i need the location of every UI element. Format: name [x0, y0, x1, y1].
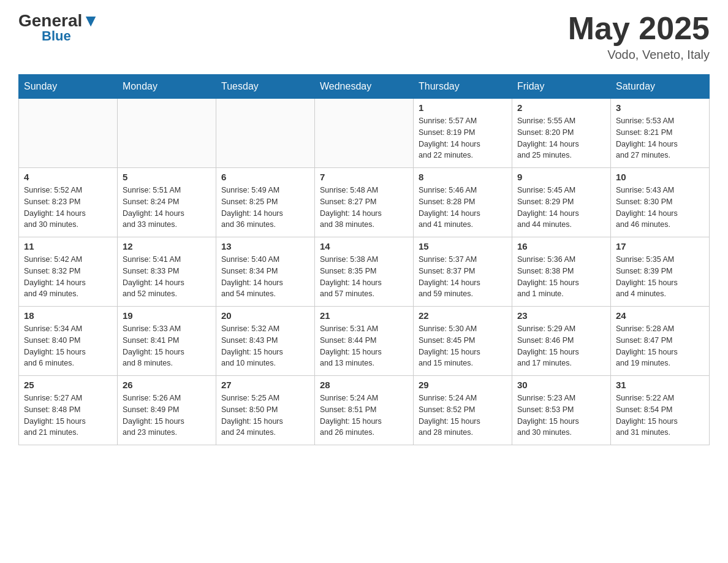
day-info: Sunrise: 5:25 AM Sunset: 8:50 PM Dayligh… [221, 393, 309, 439]
calendar-cell: 21Sunrise: 5:31 AM Sunset: 8:44 PM Dayli… [315, 307, 414, 376]
day-number: 28 [320, 380, 408, 390]
weekday-header-sunday: Sunday [19, 75, 118, 99]
day-info: Sunrise: 5:33 AM Sunset: 8:41 PM Dayligh… [123, 323, 211, 369]
day-info: Sunrise: 5:23 AM Sunset: 8:53 PM Dayligh… [517, 393, 605, 439]
calendar-cell: 6Sunrise: 5:49 AM Sunset: 8:25 PM Daylig… [216, 168, 315, 237]
calendar-cell: 10Sunrise: 5:43 AM Sunset: 8:30 PM Dayli… [611, 168, 710, 237]
day-info: Sunrise: 5:26 AM Sunset: 8:49 PM Dayligh… [123, 393, 211, 439]
day-info: Sunrise: 5:53 AM Sunset: 8:21 PM Dayligh… [616, 115, 704, 161]
title-section: May 2025 Vodo, Veneto, Italy [568, 12, 710, 62]
day-info: Sunrise: 5:36 AM Sunset: 8:38 PM Dayligh… [517, 254, 605, 300]
day-number: 5 [123, 172, 211, 182]
calendar-cell: 11Sunrise: 5:42 AM Sunset: 8:32 PM Dayli… [19, 237, 118, 307]
calendar-cell: 23Sunrise: 5:29 AM Sunset: 8:46 PM Dayli… [512, 307, 611, 376]
calendar-cell: 25Sunrise: 5:27 AM Sunset: 8:48 PM Dayli… [19, 376, 118, 445]
day-number: 6 [221, 172, 309, 182]
day-number: 18 [24, 310, 112, 321]
location-subtitle: Vodo, Veneto, Italy [568, 48, 710, 62]
calendar-cell: 3Sunrise: 5:53 AM Sunset: 8:21 PM Daylig… [611, 99, 710, 168]
month-year-title: May 2025 [568, 12, 710, 44]
calendar-cell: 2Sunrise: 5:55 AM Sunset: 8:20 PM Daylig… [512, 99, 611, 168]
day-number: 20 [221, 310, 309, 321]
logo-blue-text: Blue [42, 29, 71, 43]
day-info: Sunrise: 5:48 AM Sunset: 8:27 PM Dayligh… [320, 185, 408, 231]
day-info: Sunrise: 5:24 AM Sunset: 8:51 PM Dayligh… [320, 393, 408, 439]
calendar-week-row: 1Sunrise: 5:57 AM Sunset: 8:19 PM Daylig… [19, 99, 710, 168]
day-number: 19 [123, 310, 211, 321]
day-number: 16 [517, 241, 605, 251]
calendar-cell: 24Sunrise: 5:28 AM Sunset: 8:47 PM Dayli… [611, 307, 710, 376]
calendar-table: SundayMondayTuesdayWednesdayThursdayFrid… [18, 74, 710, 445]
calendar-cell: 8Sunrise: 5:46 AM Sunset: 8:28 PM Daylig… [414, 168, 512, 237]
day-info: Sunrise: 5:40 AM Sunset: 8:34 PM Dayligh… [221, 254, 309, 300]
calendar-cell: 5Sunrise: 5:51 AM Sunset: 8:24 PM Daylig… [118, 168, 216, 237]
calendar-cell [19, 99, 118, 168]
calendar-week-row: 18Sunrise: 5:34 AM Sunset: 8:40 PM Dayli… [19, 307, 710, 376]
weekday-header-thursday: Thursday [414, 75, 512, 99]
day-number: 29 [419, 380, 507, 390]
calendar-cell [118, 99, 216, 168]
day-number: 26 [123, 380, 211, 390]
weekday-header-monday: Monday [118, 75, 216, 99]
calendar-week-row: 25Sunrise: 5:27 AM Sunset: 8:48 PM Dayli… [19, 376, 710, 445]
day-info: Sunrise: 5:32 AM Sunset: 8:43 PM Dayligh… [221, 323, 309, 369]
calendar-cell [216, 99, 315, 168]
calendar-cell: 28Sunrise: 5:24 AM Sunset: 8:51 PM Dayli… [315, 376, 414, 445]
day-number: 15 [419, 241, 507, 251]
weekday-header-tuesday: Tuesday [216, 75, 315, 99]
day-info: Sunrise: 5:45 AM Sunset: 8:29 PM Dayligh… [517, 185, 605, 231]
calendar-cell: 19Sunrise: 5:33 AM Sunset: 8:41 PM Dayli… [118, 307, 216, 376]
day-info: Sunrise: 5:28 AM Sunset: 8:47 PM Dayligh… [616, 323, 704, 369]
day-info: Sunrise: 5:29 AM Sunset: 8:46 PM Dayligh… [517, 323, 605, 369]
logo: General▼ Blue [18, 12, 99, 43]
day-number: 10 [616, 172, 704, 182]
calendar-cell: 15Sunrise: 5:37 AM Sunset: 8:37 PM Dayli… [414, 237, 512, 307]
day-info: Sunrise: 5:34 AM Sunset: 8:40 PM Dayligh… [24, 323, 112, 369]
day-number: 14 [320, 241, 408, 251]
day-number: 23 [517, 310, 605, 321]
calendar-cell: 29Sunrise: 5:24 AM Sunset: 8:52 PM Dayli… [414, 376, 512, 445]
weekday-header-saturday: Saturday [611, 75, 710, 99]
day-number: 3 [616, 102, 704, 113]
calendar-cell: 22Sunrise: 5:30 AM Sunset: 8:45 PM Dayli… [414, 307, 512, 376]
day-info: Sunrise: 5:49 AM Sunset: 8:25 PM Dayligh… [221, 185, 309, 231]
calendar-week-row: 11Sunrise: 5:42 AM Sunset: 8:32 PM Dayli… [19, 237, 710, 307]
day-number: 8 [419, 172, 507, 182]
calendar-cell: 26Sunrise: 5:26 AM Sunset: 8:49 PM Dayli… [118, 376, 216, 445]
day-number: 27 [221, 380, 309, 390]
calendar-cell: 17Sunrise: 5:35 AM Sunset: 8:39 PM Dayli… [611, 237, 710, 307]
day-number: 21 [320, 310, 408, 321]
calendar-cell: 1Sunrise: 5:57 AM Sunset: 8:19 PM Daylig… [414, 99, 512, 168]
day-info: Sunrise: 5:38 AM Sunset: 8:35 PM Dayligh… [320, 254, 408, 300]
day-number: 2 [517, 102, 605, 113]
day-number: 30 [517, 380, 605, 390]
calendar-cell [315, 99, 414, 168]
calendar-week-row: 4Sunrise: 5:52 AM Sunset: 8:23 PM Daylig… [19, 168, 710, 237]
calendar-cell: 30Sunrise: 5:23 AM Sunset: 8:53 PM Dayli… [512, 376, 611, 445]
calendar-cell: 4Sunrise: 5:52 AM Sunset: 8:23 PM Daylig… [19, 168, 118, 237]
day-info: Sunrise: 5:24 AM Sunset: 8:52 PM Dayligh… [419, 393, 507, 439]
day-number: 22 [419, 310, 507, 321]
day-number: 13 [221, 241, 309, 251]
calendar-cell: 7Sunrise: 5:48 AM Sunset: 8:27 PM Daylig… [315, 168, 414, 237]
day-number: 12 [123, 241, 211, 251]
day-number: 1 [419, 102, 507, 113]
day-number: 17 [616, 241, 704, 251]
day-info: Sunrise: 5:46 AM Sunset: 8:28 PM Dayligh… [419, 185, 507, 231]
logo-triangle-icon: ▼ [82, 11, 99, 30]
day-number: 24 [616, 310, 704, 321]
day-info: Sunrise: 5:43 AM Sunset: 8:30 PM Dayligh… [616, 185, 704, 231]
day-info: Sunrise: 5:51 AM Sunset: 8:24 PM Dayligh… [123, 185, 211, 231]
day-info: Sunrise: 5:30 AM Sunset: 8:45 PM Dayligh… [419, 323, 507, 369]
calendar-cell: 20Sunrise: 5:32 AM Sunset: 8:43 PM Dayli… [216, 307, 315, 376]
day-info: Sunrise: 5:55 AM Sunset: 8:20 PM Dayligh… [517, 115, 605, 161]
day-info: Sunrise: 5:37 AM Sunset: 8:37 PM Dayligh… [419, 254, 507, 300]
day-info: Sunrise: 5:31 AM Sunset: 8:44 PM Dayligh… [320, 323, 408, 369]
calendar-cell: 18Sunrise: 5:34 AM Sunset: 8:40 PM Dayli… [19, 307, 118, 376]
day-info: Sunrise: 5:41 AM Sunset: 8:33 PM Dayligh… [123, 254, 211, 300]
day-number: 7 [320, 172, 408, 182]
day-number: 9 [517, 172, 605, 182]
calendar-cell: 14Sunrise: 5:38 AM Sunset: 8:35 PM Dayli… [315, 237, 414, 307]
weekday-header-wednesday: Wednesday [315, 75, 414, 99]
day-info: Sunrise: 5:42 AM Sunset: 8:32 PM Dayligh… [24, 254, 112, 300]
